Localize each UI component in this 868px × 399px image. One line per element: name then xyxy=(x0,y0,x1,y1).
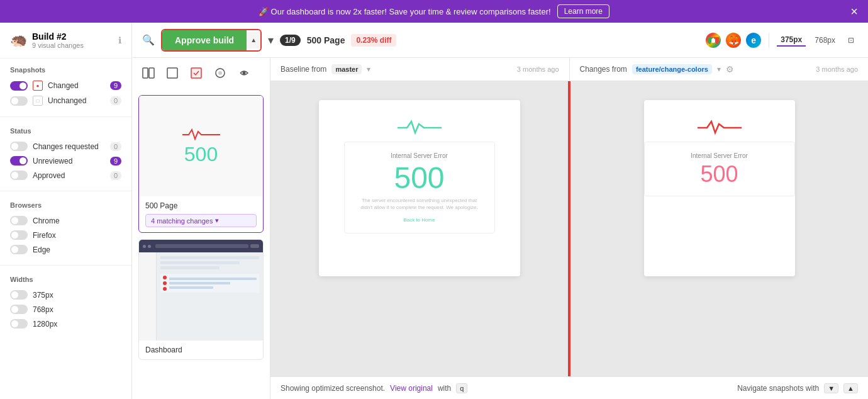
1280-label: 1280px xyxy=(33,320,57,329)
build-subtitle: 9 visual changes xyxy=(32,42,84,49)
firefox-toggle[interactable] xyxy=(10,230,28,240)
expand-button[interactable]: ⊡ xyxy=(844,35,858,46)
nav-dropdown-button[interactable]: ▾ xyxy=(268,33,274,47)
bottom-bar: Showing optimized screenshot. View origi… xyxy=(270,376,868,399)
toolbar-right: 🦊 e 375px 768px ⊡ xyxy=(706,33,858,48)
changed-toggle[interactable] xyxy=(10,81,28,91)
approve-btn-wrapper: Approve build ▲ xyxy=(161,29,262,52)
snapshot-card-footer: 500 Page 4 matching changes ▾ xyxy=(139,196,263,232)
changes-error-code: 500 xyxy=(660,163,779,186)
width-768-button[interactable]: 768px xyxy=(811,35,839,46)
matching-changes-badge[interactable]: 4 matching changes ▾ xyxy=(145,214,257,227)
changes-requested-label: Changes requested xyxy=(33,142,99,151)
browsers-section: Browsers Chrome Firefox Edge xyxy=(0,194,131,262)
filter-edge[interactable]: Edge xyxy=(10,243,121,256)
side-by-side-view-button[interactable] xyxy=(138,64,159,85)
baseline-branch-dropdown[interactable]: ▾ xyxy=(367,65,370,74)
build-title: Build #2 xyxy=(32,31,84,42)
filter-375px[interactable]: 375px xyxy=(10,288,121,301)
unchanged-icon: □ xyxy=(33,96,43,106)
changes-branch-dropdown[interactable]: ▾ xyxy=(717,65,721,74)
chrome-toggle[interactable] xyxy=(10,216,28,225)
snapshot-counter: 1/9 xyxy=(280,35,301,46)
filter-unreviewed[interactable]: Unreviewed 9 xyxy=(10,154,121,167)
snapshot-500-thumbnail: 500 xyxy=(139,96,263,196)
filter-unchanged[interactable]: □ Unchanged 0 xyxy=(10,94,121,108)
filter-changed[interactable]: ● Changed 9 xyxy=(10,79,121,93)
approved-count: 0 xyxy=(110,171,121,180)
baseline-error-desc: The server encountered something unexpec… xyxy=(360,197,479,211)
banner-text: 🚀 Our dashboard is now 2x faster! Save y… xyxy=(259,7,551,16)
body-area: 500 500 Page 4 matching changes ▾ xyxy=(132,58,868,399)
key-up-arrow: ▲ xyxy=(843,383,858,393)
edge-toggle[interactable] xyxy=(10,245,28,254)
filter-changes-requested[interactable]: Changes requested 0 xyxy=(10,140,121,153)
unchanged-label: Unchanged xyxy=(48,96,86,105)
changes-requested-count: 0 xyxy=(110,142,121,151)
changes-mockup: Internal Server Error 500 xyxy=(644,100,795,276)
content-area: 🔍 Approve build ▲ ▾ 1/9 500 Page 0.23% d… xyxy=(132,23,868,399)
widths-section: Widths 375px 768px 1280px xyxy=(0,268,131,337)
approved-toggle[interactable] xyxy=(10,171,28,180)
highlight-view-button[interactable] xyxy=(186,64,206,85)
snapshot-card-name: 500 Page xyxy=(145,201,257,210)
375-toggle[interactable] xyxy=(10,290,28,300)
changes-diff-col: Internal Server Error 500 xyxy=(570,81,868,376)
status-section: Status Changes requested 0 Unreviewed 9 xyxy=(0,120,131,188)
diff-header: Baseline from master ▾ 3 months ago Chan… xyxy=(270,58,868,81)
snapshots-section-title: Snapshots xyxy=(10,66,121,74)
snapshot-card-500-page[interactable]: 500 500 Page 4 matching changes ▾ xyxy=(138,95,264,233)
768-toggle[interactable] xyxy=(10,305,28,314)
filter-1280px[interactable]: 1280px xyxy=(10,317,121,330)
info-icon[interactable]: ℹ xyxy=(118,35,121,45)
svg-rect-3 xyxy=(143,68,148,78)
baseline-back-link: Back to Home xyxy=(360,217,479,223)
svg-point-2 xyxy=(711,38,715,42)
logo-icon: 🦔 xyxy=(10,32,27,48)
changes-branch: feature/change-colors xyxy=(632,64,712,74)
settings-icon[interactable]: ⚙ xyxy=(726,64,734,74)
top-banner: 🚀 Our dashboard is now 2x faster! Save y… xyxy=(0,0,868,23)
matching-count: 4 matching changes xyxy=(151,217,213,225)
banner-close-button[interactable]: × xyxy=(850,5,858,18)
key-q: q xyxy=(456,383,467,393)
dashboard-card-footer: Dashboard xyxy=(139,340,263,359)
changed-icon: ● xyxy=(33,81,43,91)
changes-requested-toggle[interactable] xyxy=(10,142,28,151)
768-label: 768px xyxy=(33,305,53,314)
firefox-browser-icon[interactable]: 🦊 xyxy=(726,33,741,48)
search-icon[interactable]: 🔍 xyxy=(142,34,155,46)
filter-firefox[interactable]: Firefox xyxy=(10,228,121,242)
toggle-view-button[interactable] xyxy=(234,64,254,85)
overlay-view-button[interactable] xyxy=(210,64,230,85)
sidebar-logo-area: 🦔 Build #2 9 visual changes ℹ xyxy=(0,23,131,59)
snapshot-list: 500 500 Page 4 matching changes ▾ xyxy=(132,58,270,399)
filter-approved[interactable]: Approved 0 xyxy=(10,169,121,182)
single-view-button[interactable] xyxy=(162,64,182,85)
view-original-link[interactable]: View original xyxy=(390,384,433,393)
approve-build-button[interactable]: Approve build xyxy=(162,30,247,50)
error-card-baseline: Internal Server Error 500 The server enc… xyxy=(344,142,495,233)
unreviewed-toggle[interactable] xyxy=(10,156,28,166)
unreviewed-label: Unreviewed xyxy=(33,157,72,166)
chrome-browser-icon[interactable] xyxy=(706,33,721,48)
1280-toggle[interactable] xyxy=(10,319,28,329)
snapshot-name: 500 Page xyxy=(307,35,345,45)
build-info: Build #2 9 visual changes xyxy=(32,31,84,49)
changed-label: Changed xyxy=(48,81,79,90)
edge-browser-icon[interactable]: e xyxy=(746,33,761,48)
learn-more-button[interactable]: Learn more xyxy=(557,4,609,18)
snapshots-section: Snapshots ● Changed 9 □ Unchanged 0 xyxy=(0,59,131,114)
snapshot-card-dashboard[interactable]: Dashboard xyxy=(138,239,264,360)
unchanged-toggle[interactable] xyxy=(10,96,28,106)
filter-chrome[interactable]: Chrome xyxy=(10,214,121,227)
baseline-error-title: Internal Server Error xyxy=(360,152,479,159)
375-label: 375px xyxy=(33,291,53,300)
width-375-button[interactable]: 375px xyxy=(777,34,806,47)
baseline-header: Baseline from master ▾ 3 months ago xyxy=(270,58,570,81)
filter-768px[interactable]: 768px xyxy=(10,303,121,316)
approve-caret-button[interactable]: ▲ xyxy=(247,31,260,48)
chrome-label: Chrome xyxy=(33,216,60,225)
dashboard-card-name: Dashboard xyxy=(145,346,257,354)
unreviewed-count: 9 xyxy=(110,157,121,166)
